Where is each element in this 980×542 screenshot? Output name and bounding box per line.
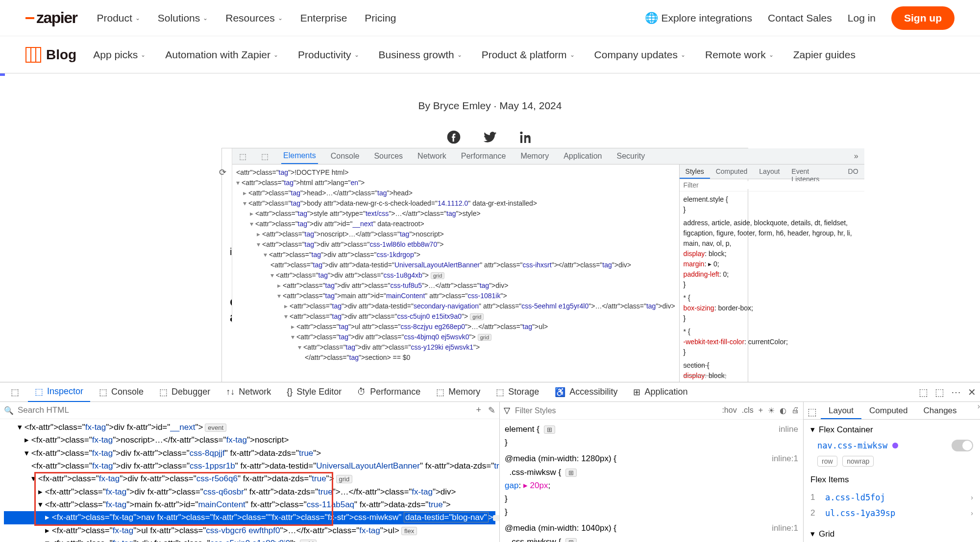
fx-tab-accessibility[interactable]: ♿Accessibility	[548, 383, 624, 401]
chrome-dom-tree[interactable]: <attr">class="tag">!DOCTYPE html><attr">…	[232, 165, 679, 410]
inspect-icon[interactable]: ⬚	[237, 152, 248, 161]
box-model-icon[interactable]: ⬚	[804, 402, 821, 419]
blog-label: Blog	[46, 47, 76, 63]
close-icon[interactable]: ✕	[968, 386, 976, 398]
primary-nav: zapier Product⌄ Solutions⌄ Resources⌄ En…	[0, 0, 980, 36]
firefox-devtools: ⬚ ⬚Inspector ⬚Console ⬚Debugger ↑↓Networ…	[0, 382, 980, 542]
disclosure-icon[interactable]: ▾	[810, 529, 815, 539]
fx-ltab-computed[interactable]: Computed	[861, 402, 915, 419]
blog-icon	[25, 47, 41, 63]
blog-home[interactable]: Blog	[25, 47, 76, 63]
embedded-page-slice: ⟳ Sign up ier ⌄ ••• o artificial 3	[222, 148, 232, 323]
embedded-screenshot: ⟳ Sign up ier ⌄ ••• o artificial 3 ⬚ ⬚ E…	[221, 148, 748, 383]
light-icon[interactable]: ☀	[768, 406, 775, 415]
globe-icon: 🌐	[645, 12, 658, 24]
sec-automation[interactable]: Automation with Zapier⌄	[165, 49, 278, 61]
chevron-right-icon: ›	[971, 494, 973, 501]
flex-selector[interactable]: nav.css-miwksw	[817, 441, 887, 450]
flex-container-title: Flex Container	[819, 425, 873, 435]
grid-title: Grid	[819, 529, 834, 539]
chevron-down-icon: ⌄	[354, 51, 359, 58]
sec-company-updates[interactable]: Company updates⌄	[594, 49, 686, 61]
blog-nav: Blog App picks⌄ Automation with Zapier⌄ …	[0, 36, 980, 73]
sec-productivity[interactable]: Productivity⌄	[298, 49, 359, 61]
computed-tab[interactable]: Computed	[710, 165, 754, 179]
fx-filter-styles[interactable]	[515, 406, 717, 415]
login-link[interactable]: Log in	[848, 12, 876, 24]
fx-pick-icon[interactable]: ⬚	[4, 383, 26, 401]
styles-tab[interactable]: Styles	[680, 165, 710, 179]
dt-tab-sources[interactable]: Sources	[372, 149, 405, 164]
fx-tab-application[interactable]: ⊞Application	[626, 383, 694, 401]
fx-tab-network[interactable]: ↑↓Network	[219, 383, 278, 401]
chevron-right-icon[interactable]: ›	[978, 402, 980, 419]
kebab-icon[interactable]: ⋯	[951, 386, 961, 398]
twitter-icon[interactable]	[482, 129, 498, 145]
fx-rules[interactable]: element { ⊞inline}@media (min-width: 128…	[500, 420, 803, 542]
dt-tab-elements[interactable]: Elements	[281, 148, 318, 164]
contact-sales[interactable]: Contact Sales	[768, 12, 832, 24]
cls-toggle[interactable]: .cls	[742, 406, 754, 415]
styles-rules[interactable]: element.style {}address, article, aside,…	[680, 191, 864, 410]
flex-item-1[interactable]: 1 a.css-ld5foj ›	[810, 490, 973, 505]
sec-zapier-guides[interactable]: Zapier guides	[793, 49, 856, 61]
chip-row: row	[817, 456, 837, 467]
fx-tab-inspector[interactable]: ⬚Inspector	[28, 382, 90, 402]
chevron-down-icon: ⌄	[769, 51, 774, 58]
logo[interactable]: zapier	[25, 9, 77, 27]
funnel-icon: ▽	[504, 405, 510, 416]
fx-ltab-changes[interactable]: Changes	[915, 402, 964, 419]
print-icon[interactable]: 🖨	[791, 406, 799, 415]
fx-devtools-tabs: ⬚ ⬚Inspector ⬚Console ⬚Debugger ↑↓Networ…	[0, 382, 980, 402]
hov-toggle[interactable]: :hov	[722, 406, 736, 415]
chevron-right-icon: ›	[971, 509, 973, 517]
nav-product[interactable]: Product⌄	[97, 12, 140, 24]
iframe-picker-icon[interactable]: ⬚	[919, 386, 928, 398]
listeners-tab[interactable]: Event Listeners	[785, 165, 842, 179]
fx-tab-debugger[interactable]: ⬚Debugger	[152, 383, 217, 401]
nav-enterprise[interactable]: Enterprise	[300, 12, 347, 24]
chevron-down-icon: ⌄	[273, 51, 278, 58]
fx-ltab-layout[interactable]: Layout	[821, 402, 861, 419]
new-rule[interactable]: +	[759, 406, 763, 415]
responsive-icon[interactable]: ⬚	[935, 386, 944, 398]
disclosure-icon[interactable]: ▾	[810, 424, 815, 435]
sec-remote-work[interactable]: Remote work⌄	[705, 49, 774, 61]
nav-pricing[interactable]: Pricing	[365, 12, 396, 24]
styles-filter[interactable]	[684, 181, 860, 189]
dt-tab-application[interactable]: Application	[562, 149, 604, 164]
linkedin-icon[interactable]	[518, 129, 534, 145]
fx-dom-tree[interactable]: ▾ <fx-attr">class="fx-tag">div fx-attr">…	[0, 419, 499, 542]
add-icon[interactable]: +	[476, 405, 481, 416]
signup-button[interactable]: Sign up	[891, 6, 955, 30]
nav-resources[interactable]: Resources⌄	[225, 12, 282, 24]
flex-item-2[interactable]: 2 ul.css-1ya39sp ›	[810, 505, 973, 521]
overlay-toggle[interactable]	[952, 440, 973, 451]
dt-tab-network[interactable]: Network	[416, 149, 448, 164]
dom-tab[interactable]: DO	[842, 165, 864, 179]
sec-app-picks[interactable]: App picks⌄	[93, 49, 146, 61]
color-dot-icon[interactable]	[892, 443, 898, 448]
fx-search-html[interactable]	[18, 405, 472, 415]
fx-tab-console[interactable]: ⬚Console	[92, 383, 150, 401]
fx-tab-storage[interactable]: ⬚Storage	[489, 383, 546, 401]
dt-tab-console[interactable]: Console	[329, 149, 362, 164]
fx-tab-style-editor[interactable]: {}Style Editor	[280, 383, 348, 401]
contrast-icon[interactable]: ◐	[780, 406, 786, 415]
explore-integrations[interactable]: 🌐Explore integrations	[645, 12, 752, 24]
device-icon[interactable]: ⬚	[259, 152, 270, 161]
nav-solutions[interactable]: Solutions⌄	[158, 12, 208, 24]
fx-tab-performance[interactable]: ⏱Performance	[350, 383, 427, 401]
eyedropper-icon[interactable]: ✎	[488, 405, 495, 416]
sec-product-platform[interactable]: Product & platform⌄	[482, 49, 575, 61]
sec-business-growth[interactable]: Business growth⌄	[379, 49, 462, 61]
more-tabs-icon[interactable]: »	[854, 152, 864, 161]
dt-tab-security[interactable]: Security	[614, 149, 647, 164]
layout-tab[interactable]: Layout	[753, 165, 785, 179]
flex-badge: ⊞	[565, 469, 577, 477]
fx-tab-memory[interactable]: ⬚Memory	[429, 383, 487, 401]
logo-underscore-icon	[25, 17, 34, 19]
dt-tab-memory[interactable]: Memory	[518, 149, 551, 164]
facebook-icon[interactable]	[446, 129, 462, 145]
dt-tab-performance[interactable]: Performance	[459, 149, 508, 164]
